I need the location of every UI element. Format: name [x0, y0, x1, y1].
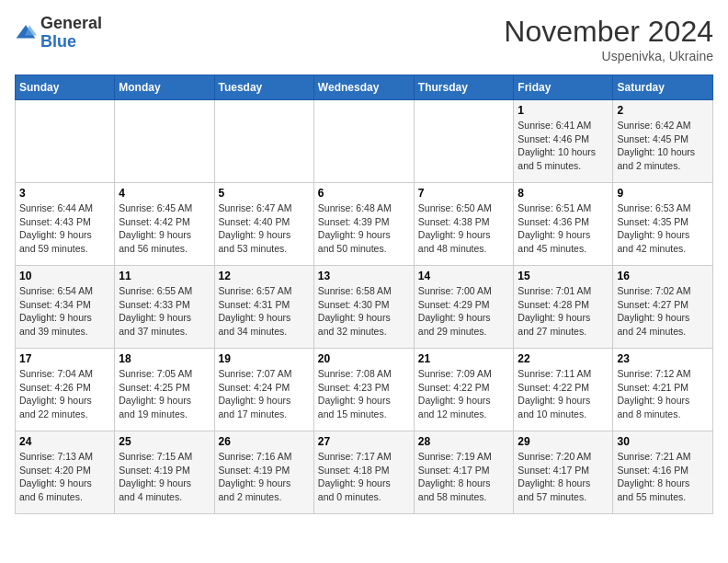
day-number: 20 [318, 352, 410, 365]
calendar-cell: 27Sunrise: 7:17 AM Sunset: 4:18 PM Dayli… [313, 431, 414, 514]
day-info: Sunrise: 7:12 AM Sunset: 4:21 PM Dayligh… [617, 367, 709, 421]
calendar-cell: 21Sunrise: 7:09 AM Sunset: 4:22 PM Dayli… [414, 349, 514, 431]
day-info: Sunrise: 6:53 AM Sunset: 4:35 PM Dayligh… [617, 201, 709, 256]
day-info: Sunrise: 7:00 AM Sunset: 4:29 PM Dayligh… [418, 284, 510, 339]
day-info: Sunrise: 7:13 AM Sunset: 4:20 PM Dayligh… [19, 450, 110, 504]
calendar-cell [16, 100, 115, 183]
logo-general: General [40, 15, 102, 33]
day-number: 15 [518, 270, 609, 282]
location-subtitle: Uspenivka, Ukraine [504, 49, 713, 63]
calendar-cell: 6Sunrise: 6:48 AM Sunset: 4:39 PM Daylig… [313, 183, 414, 266]
day-number: 27 [318, 435, 410, 448]
day-number: 11 [119, 270, 210, 282]
calendar-cell: 19Sunrise: 7:07 AM Sunset: 4:24 PM Dayli… [214, 349, 313, 431]
calendar-cell: 15Sunrise: 7:01 AM Sunset: 4:28 PM Dayli… [514, 266, 613, 349]
calendar-cell: 5Sunrise: 6:47 AM Sunset: 4:40 PM Daylig… [214, 183, 313, 266]
weekday-header: Saturday [613, 75, 713, 100]
day-number: 28 [418, 435, 510, 448]
page-header: General Blue November 2024 Uspenivka, Uk… [15, 15, 713, 63]
day-info: Sunrise: 7:16 AM Sunset: 4:19 PM Dayligh… [219, 450, 310, 504]
day-info: Sunrise: 6:54 AM Sunset: 4:34 PM Dayligh… [19, 284, 110, 339]
day-info: Sunrise: 7:07 AM Sunset: 4:24 PM Dayligh… [219, 367, 310, 421]
day-info: Sunrise: 7:04 AM Sunset: 4:26 PM Dayligh… [19, 367, 110, 421]
day-number: 29 [518, 435, 609, 448]
day-number: 26 [219, 435, 310, 448]
calendar-cell [313, 100, 414, 183]
day-number: 18 [119, 352, 210, 365]
day-info: Sunrise: 6:45 AM Sunset: 4:42 PM Dayligh… [119, 201, 210, 256]
day-info: Sunrise: 7:17 AM Sunset: 4:18 PM Dayligh… [318, 450, 410, 504]
day-info: Sunrise: 6:51 AM Sunset: 4:36 PM Dayligh… [518, 201, 609, 256]
day-number: 5 [219, 187, 310, 200]
day-number: 12 [219, 270, 310, 282]
day-number: 16 [617, 270, 709, 282]
day-info: Sunrise: 6:42 AM Sunset: 4:45 PM Dayligh… [617, 119, 709, 173]
calendar-cell: 16Sunrise: 7:02 AM Sunset: 4:27 PM Dayli… [613, 266, 713, 349]
day-number: 2 [617, 104, 709, 117]
calendar-cell: 1Sunrise: 6:41 AM Sunset: 4:46 PM Daylig… [514, 100, 613, 183]
calendar-cell: 22Sunrise: 7:11 AM Sunset: 4:22 PM Dayli… [514, 349, 613, 431]
calendar-cell: 26Sunrise: 7:16 AM Sunset: 4:19 PM Dayli… [214, 431, 313, 514]
month-title: November 2024 [504, 15, 713, 49]
calendar-cell: 20Sunrise: 7:08 AM Sunset: 4:23 PM Dayli… [313, 349, 414, 431]
calendar-week-row: 1Sunrise: 6:41 AM Sunset: 4:46 PM Daylig… [16, 100, 713, 183]
day-info: Sunrise: 6:57 AM Sunset: 4:31 PM Dayligh… [219, 284, 310, 339]
day-info: Sunrise: 6:48 AM Sunset: 4:39 PM Dayligh… [318, 201, 410, 256]
day-number: 4 [119, 187, 210, 200]
calendar-week-row: 24Sunrise: 7:13 AM Sunset: 4:20 PM Dayli… [16, 431, 713, 514]
calendar-cell: 3Sunrise: 6:44 AM Sunset: 4:43 PM Daylig… [16, 183, 115, 266]
calendar-cell: 28Sunrise: 7:19 AM Sunset: 4:17 PM Dayli… [414, 431, 514, 514]
weekday-header: Wednesday [313, 75, 414, 100]
day-info: Sunrise: 6:50 AM Sunset: 4:38 PM Dayligh… [418, 201, 510, 256]
logo: General Blue [15, 15, 102, 52]
day-info: Sunrise: 6:44 AM Sunset: 4:43 PM Dayligh… [19, 201, 110, 256]
calendar-cell: 25Sunrise: 7:15 AM Sunset: 4:19 PM Dayli… [115, 431, 214, 514]
weekday-header: Tuesday [214, 75, 313, 100]
day-number: 3 [19, 187, 110, 200]
day-info: Sunrise: 7:02 AM Sunset: 4:27 PM Dayligh… [617, 284, 709, 339]
calendar-cell: 12Sunrise: 6:57 AM Sunset: 4:31 PM Dayli… [214, 266, 313, 349]
day-number: 19 [219, 352, 310, 365]
day-number: 13 [318, 270, 410, 282]
calendar-week-row: 17Sunrise: 7:04 AM Sunset: 4:26 PM Dayli… [16, 349, 713, 431]
day-number: 14 [418, 270, 510, 282]
calendar-cell: 18Sunrise: 7:05 AM Sunset: 4:25 PM Dayli… [115, 349, 214, 431]
calendar-cell: 9Sunrise: 6:53 AM Sunset: 4:35 PM Daylig… [613, 183, 713, 266]
logo-blue: Blue [40, 33, 102, 52]
day-number: 1 [518, 104, 609, 117]
day-number: 8 [518, 187, 609, 200]
day-number: 22 [518, 352, 609, 365]
logo-icon [15, 22, 37, 44]
day-info: Sunrise: 6:47 AM Sunset: 4:40 PM Dayligh… [219, 201, 310, 256]
day-number: 21 [418, 352, 510, 365]
day-info: Sunrise: 7:05 AM Sunset: 4:25 PM Dayligh… [119, 367, 210, 421]
calendar-cell [115, 100, 214, 183]
logo-text: General Blue [40, 15, 102, 52]
calendar-cell [414, 100, 514, 183]
day-info: Sunrise: 7:09 AM Sunset: 4:22 PM Dayligh… [418, 367, 510, 421]
weekday-header-row: SundayMondayTuesdayWednesdayThursdayFrid… [16, 75, 713, 100]
day-number: 10 [19, 270, 110, 282]
calendar-week-row: 10Sunrise: 6:54 AM Sunset: 4:34 PM Dayli… [16, 266, 713, 349]
calendar-cell: 14Sunrise: 7:00 AM Sunset: 4:29 PM Dayli… [414, 266, 514, 349]
calendar-cell: 7Sunrise: 6:50 AM Sunset: 4:38 PM Daylig… [414, 183, 514, 266]
day-info: Sunrise: 6:41 AM Sunset: 4:46 PM Dayligh… [518, 119, 609, 173]
calendar-cell: 2Sunrise: 6:42 AM Sunset: 4:45 PM Daylig… [613, 100, 713, 183]
day-number: 23 [617, 352, 709, 365]
calendar-cell: 4Sunrise: 6:45 AM Sunset: 4:42 PM Daylig… [115, 183, 214, 266]
calendar-week-row: 3Sunrise: 6:44 AM Sunset: 4:43 PM Daylig… [16, 183, 713, 266]
weekday-header: Friday [514, 75, 613, 100]
day-number: 6 [318, 187, 410, 200]
calendar-cell: 24Sunrise: 7:13 AM Sunset: 4:20 PM Dayli… [16, 431, 115, 514]
weekday-header: Thursday [414, 75, 514, 100]
weekday-header: Monday [115, 75, 214, 100]
day-info: Sunrise: 7:01 AM Sunset: 4:28 PM Dayligh… [518, 284, 609, 339]
day-info: Sunrise: 6:58 AM Sunset: 4:30 PM Dayligh… [318, 284, 410, 339]
calendar-cell: 29Sunrise: 7:20 AM Sunset: 4:17 PM Dayli… [514, 431, 613, 514]
day-number: 24 [19, 435, 110, 448]
calendar-cell: 11Sunrise: 6:55 AM Sunset: 4:33 PM Dayli… [115, 266, 214, 349]
calendar-cell: 8Sunrise: 6:51 AM Sunset: 4:36 PM Daylig… [514, 183, 613, 266]
calendar-cell: 17Sunrise: 7:04 AM Sunset: 4:26 PM Dayli… [16, 349, 115, 431]
calendar-cell: 23Sunrise: 7:12 AM Sunset: 4:21 PM Dayli… [613, 349, 713, 431]
day-number: 30 [617, 435, 709, 448]
